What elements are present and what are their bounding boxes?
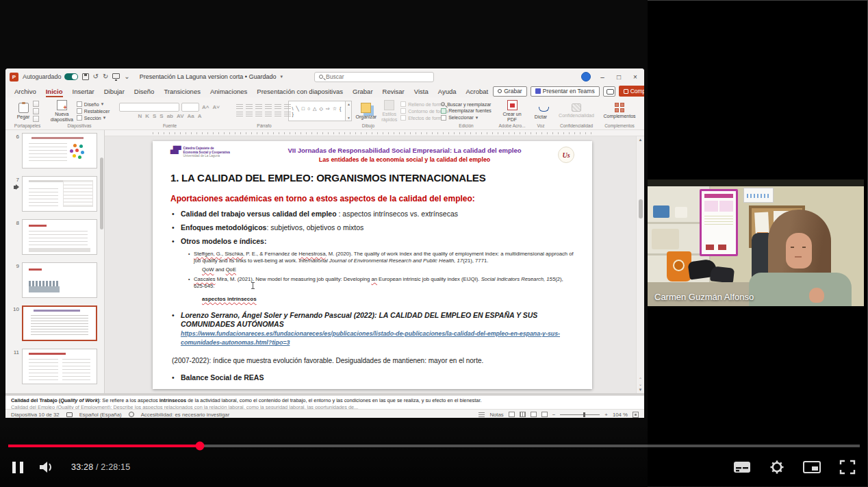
save-icon[interactable] [82,73,89,80]
numbering-icon[interactable] [246,104,253,110]
shape-icon[interactable]: ○ [307,106,310,111]
scrollbar-thumb[interactable] [639,199,643,218]
font-format-button[interactable]: S [152,113,157,119]
bullets-icon[interactable] [236,104,243,110]
next-slide-icon[interactable]: ⌄ [639,382,642,386]
tab-acrobat[interactable]: Acrobat [461,86,494,97]
scroll-up-icon[interactable]: ▲ [639,136,643,143]
arrange-button[interactable]: Organizar [354,103,378,120]
shape-icon[interactable]: { [340,106,341,111]
shape-icon[interactable]: △ [313,106,316,111]
font-format-button[interactable]: AV [176,113,185,119]
restore-button[interactable]: □ [614,73,624,81]
normal-view-icon[interactable] [509,412,515,417]
slide-thumbnail-11[interactable] [22,349,97,384]
tab-revisar[interactable]: Revisar [378,86,409,97]
slide-thumbnail-8[interactable] [22,219,97,255]
find-replace-button[interactable]: Buscar y reemplazar [441,102,492,107]
columns-icon[interactable] [275,112,281,118]
record-button[interactable]: Grabar [493,86,526,97]
thumbnail-scrollbar[interactable] [100,158,103,229]
font-format-button[interactable]: Aa [187,113,195,119]
font-format-button[interactable]: S [159,113,164,119]
zoom-slider[interactable] [560,414,600,415]
addins-button[interactable]: Complementos [602,103,637,119]
shape-icon[interactable]: ◇ [320,106,323,111]
slide-thumbnail-6[interactable] [22,133,97,168]
tab-grabar[interactable]: Grabar [348,86,378,97]
format-painter-icon[interactable] [33,116,39,122]
accessibility-status[interactable]: Accesibilidad: es necesario investigar [141,412,230,418]
paste-button[interactable]: Pegar [16,103,31,120]
shape-icon[interactable]: ╲ [296,106,298,111]
tab-ayuda[interactable]: Ayuda [433,86,461,97]
tab-dibujar[interactable]: Dibujar [99,86,129,97]
smartart-icon[interactable] [284,112,291,118]
slideshow-icon[interactable] [112,73,120,79]
vertical-scrollbar[interactable]: ▲ ⌃ ⌄ ▼ [636,136,644,393]
shape-gallery[interactable]: \╲□○△◇⇨☆{} [288,101,346,121]
autosave-toggle[interactable] [64,73,78,80]
notes-toggle-label[interactable]: Notas [489,412,503,418]
tab-animaciones[interactable]: Animaciones [205,86,252,97]
zoom-out-icon[interactable]: − [552,412,556,418]
shape-icon[interactable]: □ [302,106,305,111]
share-button[interactable]: Compartir ▾ [619,86,644,97]
progress-bar[interactable] [8,445,860,447]
scroll-down-icon[interactable]: ▼ [639,386,643,393]
increase-font-icon[interactable]: A˄ [201,104,209,110]
slide-canvas[interactable]: ▟▛ Cátedra Cajasiete de Economía Social … [153,141,592,389]
shape-icon[interactable]: ⇨ [326,106,330,111]
comments-button[interactable] [603,86,615,97]
quick-styles-button[interactable]: Estilos rápidos [380,100,398,122]
cut-icon[interactable] [33,101,39,107]
indent-decrease-icon[interactable] [255,104,262,110]
font-format-button[interactable]: A [197,113,203,119]
shape-icon[interactable]: } [292,112,293,116]
tab-presentación-con-diapositivas[interactable]: Presentación con diapositivas [252,86,348,97]
shape-icon[interactable]: \ [292,106,293,111]
progress-scrubber[interactable] [195,442,204,451]
shape-gallery-scrollbar[interactable]: ▲ ▼ [346,101,352,121]
close-button[interactable]: × [630,73,640,81]
copy-icon[interactable] [33,108,39,114]
new-slide-button[interactable]: Nueva diapositiva [49,100,75,122]
replace-fonts-button[interactable]: Reemplazar fuentes [441,108,492,114]
fit-slide-icon[interactable] [633,412,639,418]
proofing-icon[interactable] [66,412,73,417]
decrease-font-icon[interactable]: A˅ [212,104,220,110]
tab-diseño[interactable]: Diseño [129,86,159,97]
font-format-button[interactable]: N [137,113,142,119]
miniplayer-button[interactable] [803,460,821,474]
text-direction-icon[interactable] [284,104,291,110]
align-left-icon[interactable] [236,112,243,118]
layout-button[interactable]: Diseño▾ [77,101,110,107]
user-avatar[interactable] [581,72,591,82]
shape-icon[interactable]: ☆ [333,106,337,111]
zoom-slider-knob[interactable] [583,412,585,417]
shapes-scroll-up-icon[interactable]: ▲ [347,102,350,106]
create-pdf-button[interactable]: Crear un PDF [499,100,525,122]
slideshow-view-icon[interactable] [541,412,548,417]
line-spacing-icon[interactable] [275,104,281,110]
tab-insertar[interactable]: Insertar [68,86,99,97]
title-chevron-icon[interactable]: ▾ [281,74,283,79]
notes-toggle-icon[interactable] [478,412,485,417]
volume-icon[interactable] [38,460,56,475]
font-size-select[interactable] [181,103,199,112]
tab-archivo[interactable]: Archivo [10,86,41,97]
zoom-level[interactable]: 104 % [613,412,628,418]
autosave-control[interactable]: Autoguardado [23,73,78,80]
search-input[interactable]: Buscar [314,72,434,82]
pause-button[interactable] [12,462,23,473]
align-right-icon[interactable] [255,112,262,118]
previous-slide-icon[interactable]: ⌃ [639,377,642,382]
align-center-icon[interactable] [246,112,253,118]
notes-pane[interactable]: Calidad del Trabajo (Quality of Work): S… [5,395,644,409]
reading-view-icon[interactable] [531,412,537,417]
settings-button[interactable] [769,460,784,475]
reset-button[interactable]: Restablecer [77,108,110,114]
font-format-button[interactable]: ab [166,113,174,119]
shapes-scroll-down-icon[interactable]: ▼ [347,116,350,120]
zoom-in-icon[interactable]: + [604,412,608,418]
